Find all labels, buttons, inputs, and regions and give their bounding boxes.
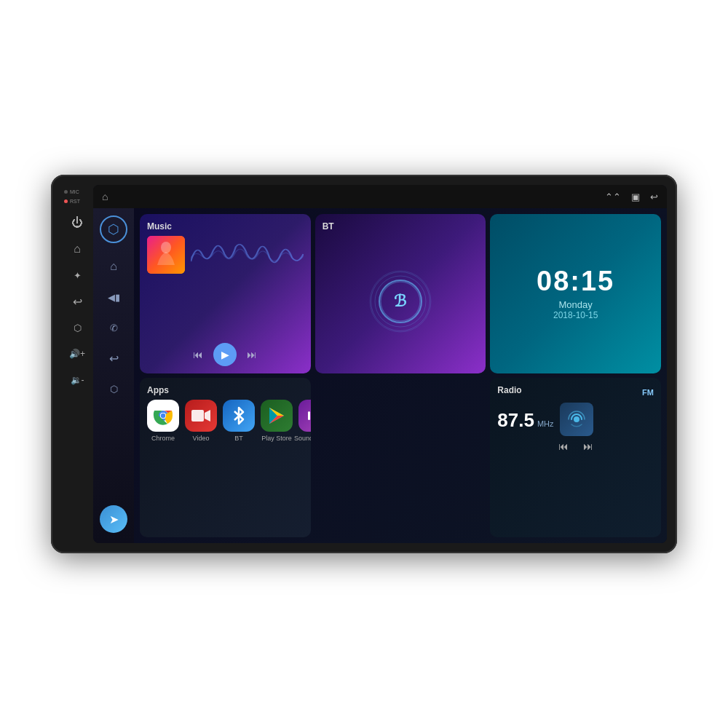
car-head-unit: MIC RST ⏻ ⌂ ✦ ↩ ⬡ 🔊+ 🔉- ⌂ ⌃⌃ ▣ ↩ xyxy=(51,175,677,553)
status-up-icon[interactable]: ⌃⌃ xyxy=(605,191,621,202)
soundfx-icon xyxy=(298,400,311,432)
apps-title: Apps xyxy=(147,385,304,395)
app-bt[interactable]: BT xyxy=(223,400,255,442)
power-button[interactable]: ⏻ xyxy=(66,212,88,234)
svg-point-8 xyxy=(161,414,165,418)
status-bar: ⌂ ⌃⌃ ▣ ↩ xyxy=(93,185,667,208)
music-card[interactable]: Music xyxy=(140,214,311,373)
vol-down-button[interactable]: 🔉- xyxy=(66,369,88,391)
sidebar-item-settings[interactable]: ⬡ xyxy=(100,376,127,402)
logo-icon: ⬡ xyxy=(108,221,119,237)
home-button[interactable]: ⌂ xyxy=(66,238,88,260)
svg-point-19 xyxy=(574,416,579,422)
apps-grid: Chrome Video xyxy=(147,400,304,442)
bt-card[interactable]: BT ℬ xyxy=(315,214,486,373)
radio-title: Radio xyxy=(497,385,521,395)
clock-time: 08:15 xyxy=(537,267,614,295)
music-waveform xyxy=(191,236,304,272)
status-recent-icon[interactable]: ▣ xyxy=(631,191,640,202)
mic-indicator: MIC xyxy=(61,189,93,194)
video-icon xyxy=(185,400,217,432)
bt-app-icon xyxy=(223,400,255,432)
bt-title: BT xyxy=(323,221,334,232)
main-screen: ⌂ ⌃⌃ ▣ ↩ ⬡ ⌂ ◀▮ ✆ ↩ ⬡ ➤ xyxy=(93,185,667,543)
screen-sidebar: ⬡ ⌂ ◀▮ ✆ ↩ ⬡ ➤ xyxy=(93,208,134,543)
app-soundfx[interactable]: Sound Effects xyxy=(298,400,311,442)
playstore-icon xyxy=(261,400,293,432)
status-home-icon[interactable]: ⌂ xyxy=(102,191,108,202)
chrome-icon xyxy=(151,404,175,427)
sidebar-logo[interactable]: ⬡ xyxy=(100,215,127,243)
app-video-label: Video xyxy=(193,435,210,442)
svg-marker-10 xyxy=(205,410,210,422)
screen-body: ⬡ ⌂ ◀▮ ✆ ↩ ⬡ ➤ Music xyxy=(93,208,667,543)
app-playstore-label: Play Store xyxy=(261,435,292,442)
clock-date: 2018-10-15 xyxy=(553,310,598,320)
radio-next-button[interactable]: ⏭ xyxy=(583,440,593,452)
app-soundfx-label: Sound Effects xyxy=(294,435,311,442)
sidebar-nav-icon[interactable]: ➤ xyxy=(100,505,127,533)
svg-rect-15 xyxy=(308,411,310,420)
radio-card[interactable]: Radio FM 87.5 MHz xyxy=(490,378,661,537)
main-grid: Music xyxy=(134,208,667,543)
music-title: Music xyxy=(147,221,304,232)
music-prev-button[interactable]: ⏮ xyxy=(193,349,203,360)
music-next-button[interactable]: ⏭ xyxy=(247,349,257,360)
app-bt-label: BT xyxy=(234,435,243,442)
album-art xyxy=(147,236,185,274)
back-button[interactable]: ↩ xyxy=(66,290,88,312)
svg-point-1 xyxy=(161,242,171,253)
sidebar-item-back[interactable]: ↩ xyxy=(100,345,127,371)
settings-button[interactable]: ⬡ xyxy=(66,317,88,339)
music-play-button[interactable]: ▶ xyxy=(213,343,237,366)
sidebar-item-phone[interactable]: ✆ xyxy=(100,314,127,341)
radio-icon xyxy=(560,403,593,436)
rst-indicator: RST xyxy=(61,199,93,204)
apps-card: Apps xyxy=(140,378,311,537)
svg-rect-9 xyxy=(191,410,204,422)
app-video[interactable]: Video xyxy=(185,400,217,442)
status-back-icon[interactable]: ↩ xyxy=(650,191,658,202)
app-playstore[interactable]: Play Store xyxy=(261,400,293,442)
radio-frequency: 87.5 xyxy=(497,409,534,432)
clock-day: Monday xyxy=(559,299,593,310)
vol-up-button[interactable]: 🔊+ xyxy=(66,343,88,365)
radio-prev-button[interactable]: ⏮ xyxy=(558,440,569,452)
radio-unit: MHz xyxy=(537,419,554,428)
bt-icon-circle: ℬ xyxy=(379,280,422,323)
physical-left-panel: MIC RST ⏻ ⌂ ✦ ↩ ⬡ 🔊+ 🔉- xyxy=(61,185,93,543)
app-chrome[interactable]: Chrome xyxy=(147,400,179,442)
sidebar-item-home[interactable]: ⌂ xyxy=(100,253,127,280)
clock-card: 08:15 Monday 2018-10-15 xyxy=(490,214,661,373)
bluetooth-button[interactable]: ✦ xyxy=(66,264,88,286)
app-chrome-label: Chrome xyxy=(151,435,175,442)
radio-fm-label: FM xyxy=(642,388,654,397)
sidebar-item-media[interactable]: ◀▮ xyxy=(100,284,127,310)
